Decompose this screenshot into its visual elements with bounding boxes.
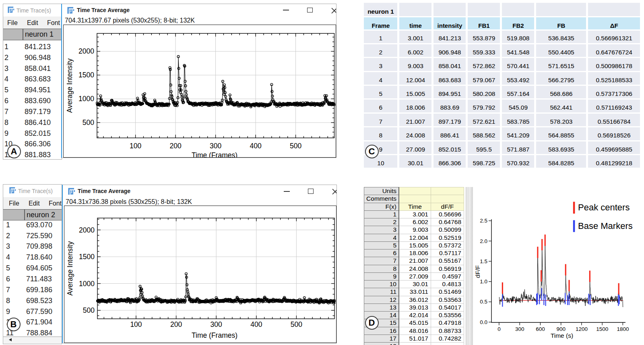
svg-text:0.5: 0.5 [480, 299, 487, 305]
svg-text:Time (Frames): Time (Frames) [192, 331, 237, 339]
svg-text:Peak centers: Peak centers [578, 202, 630, 212]
svg-text:0: 0 [497, 326, 501, 332]
svg-text:Base Markers: Base Markers [578, 221, 633, 231]
svg-text:2000: 2000 [79, 226, 95, 234]
svg-text:1200: 1200 [576, 326, 588, 332]
svg-text:400: 400 [250, 142, 261, 150]
svg-text:500: 500 [290, 142, 301, 150]
svg-text:1.0: 1.0 [480, 278, 487, 285]
svg-text:500: 500 [83, 306, 95, 314]
svg-text:300: 300 [211, 320, 222, 328]
svg-text:1500: 1500 [78, 71, 94, 79]
svg-text:1000: 1000 [79, 280, 95, 288]
svg-text:400: 400 [250, 320, 262, 328]
svg-text:200: 200 [170, 320, 182, 328]
svg-text:2.5: 2.5 [480, 218, 487, 224]
svg-text:1500: 1500 [596, 326, 608, 332]
svg-text:Time (s): Time (s) [551, 332, 573, 339]
svg-text:500: 500 [83, 118, 94, 127]
svg-text:Time (Frames): Time (Frames) [192, 151, 237, 158]
svg-text:100: 100 [130, 142, 141, 150]
svg-text:100: 100 [130, 320, 142, 328]
svg-text:1500: 1500 [79, 253, 95, 261]
svg-text:1000: 1000 [78, 95, 94, 103]
svg-text:600: 600 [536, 326, 545, 332]
svg-text:2.0: 2.0 [480, 238, 487, 244]
svg-text:Average Intensity: Average Intensity [66, 241, 74, 295]
svg-text:200: 200 [169, 142, 181, 150]
svg-text:500: 500 [291, 320, 302, 328]
svg-text:900: 900 [556, 326, 566, 332]
svg-text:0.0: 0.0 [480, 319, 487, 325]
svg-text:1800: 1800 [617, 326, 629, 332]
svg-text:Average Intensity: Average Intensity [66, 58, 74, 112]
svg-text:300: 300 [515, 326, 524, 332]
svg-text:2000: 2000 [78, 47, 94, 55]
svg-text:1.5: 1.5 [480, 258, 487, 264]
svg-text:dF/F: dF/F [475, 265, 481, 278]
svg-text:300: 300 [210, 142, 221, 150]
